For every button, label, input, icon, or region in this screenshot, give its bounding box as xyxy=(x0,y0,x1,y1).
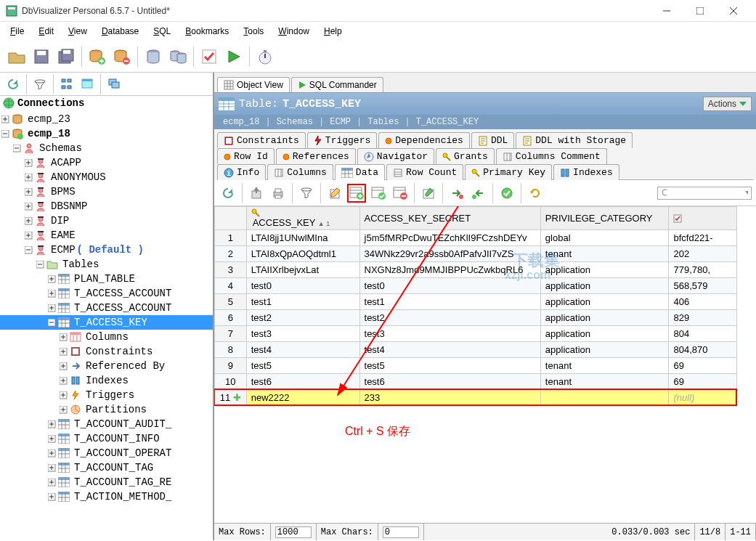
table-row[interactable]: 10test6test6tenant69 xyxy=(215,374,737,390)
saveall-icon[interactable] xyxy=(55,46,77,68)
cascade-icon[interactable] xyxy=(105,76,123,93)
subtab-constraints[interactable]: Constraints xyxy=(217,132,306,148)
conn-ecmp23[interactable]: ecmp_23 xyxy=(0,112,213,126)
table-T_ACCESS_ACCOUNT[interactable]: T_ACCESS_ACCOUNT xyxy=(0,301,213,315)
subtab-columns-comment[interactable]: Columns Comment xyxy=(496,148,607,164)
table-T_ACTION_METHOD_[interactable]: T_ACTION_METHOD_ xyxy=(0,489,213,504)
export-data-icon[interactable] xyxy=(469,184,488,203)
tables-node[interactable]: Tables xyxy=(0,257,213,272)
table-PLAN_TABLE[interactable]: PLAN_TABLE xyxy=(0,272,213,286)
breadcrumb-T_ACCESS_KEY[interactable]: T_ACCESS_KEY xyxy=(416,117,479,127)
max-chars-input[interactable] xyxy=(383,526,419,538)
table-selected[interactable]: T_ACCESS_KEY xyxy=(0,315,213,330)
tree-icon[interactable] xyxy=(58,76,76,93)
schema-EAME[interactable]: EAME xyxy=(0,228,213,243)
conn-ecmp18[interactable]: ecmp_18 xyxy=(0,126,213,141)
open-icon[interactable] xyxy=(6,46,28,68)
save-icon[interactable] xyxy=(31,46,52,68)
db-icon[interactable] xyxy=(142,46,164,68)
import-icon[interactable] xyxy=(447,184,466,203)
table-T_ACCOUNT_OPERAT[interactable]: T_ACCOUNT_OPERAT xyxy=(0,446,213,460)
table-row[interactable]: 9test5test5tenant69 xyxy=(215,358,737,374)
breadcrumb-ecmp_18[interactable]: ecmp_18 xyxy=(223,117,259,127)
table-row[interactable]: 6test2test2application829 xyxy=(215,310,737,326)
node-constraints[interactable]: Constraints xyxy=(0,344,213,359)
delete-row-icon[interactable] xyxy=(391,184,410,203)
column-header[interactable] xyxy=(669,207,737,230)
menu-window[interactable]: Window xyxy=(274,25,314,38)
schema-DIP[interactable]: DIP xyxy=(0,213,213,228)
max-rows-input[interactable] xyxy=(275,526,312,538)
node-columns[interactable]: Columns xyxy=(0,330,213,344)
table-row[interactable]: 4test0test0application568,579 xyxy=(215,278,737,294)
edit-icon[interactable] xyxy=(325,184,344,203)
column-header[interactable]: PRIVILEGE_CATEGORY xyxy=(540,207,669,230)
db-remove-icon[interactable] xyxy=(111,46,133,68)
menu-database[interactable]: Database xyxy=(97,25,143,38)
breadcrumb-Schemas[interactable]: Schemas xyxy=(277,117,313,127)
new-row[interactable]: 11 ✚new2222233(null) xyxy=(215,390,737,406)
actions-button[interactable]: Actions xyxy=(703,97,752,111)
chevron-down-icon[interactable] xyxy=(745,191,748,195)
subtab-navigator[interactable]: Navigator xyxy=(357,148,434,164)
column-header[interactable]: ACCESS_KEY_SECRET xyxy=(359,207,540,230)
subtab-dependencies[interactable]: Dependencies xyxy=(378,132,470,148)
reload-icon[interactable] xyxy=(219,184,237,203)
table-row[interactable]: 2LTAI8xQpAOQdtml134WNkz29vr2a9ssb0AfPafv… xyxy=(215,246,737,262)
subtab-row-id[interactable]: Row Id xyxy=(217,148,275,164)
subtab-columns[interactable]: Columns xyxy=(267,164,333,180)
table-row[interactable]: 3LTAIIXrlbejvxLatNXGNz8Jmd9MMJIBPPUcZwkb… xyxy=(215,262,737,278)
edit-cell-icon[interactable] xyxy=(419,184,438,203)
table-T_ACCOUNT_TAG_RE[interactable]: T_ACCOUNT_TAG_RE xyxy=(0,475,213,489)
db-multi-icon[interactable] xyxy=(167,46,189,68)
quick-filter-input[interactable] xyxy=(670,188,742,198)
subtab-triggers[interactable]: Triggers xyxy=(307,132,377,148)
run-icon[interactable] xyxy=(223,46,245,68)
subtab-ddl-with-storage[interactable]: DDL with Storage xyxy=(516,132,633,148)
print-icon[interactable] xyxy=(269,184,288,203)
undo-icon[interactable] xyxy=(526,184,545,203)
schema-BPMS[interactable]: BPMS xyxy=(0,184,213,199)
table-row[interactable]: 1LTAI8jj1UNwlMInaj5m5fMRPcDwuTEZchKlI9FC… xyxy=(215,230,737,246)
close-button[interactable] xyxy=(717,0,750,22)
insert-row-icon[interactable] xyxy=(347,184,366,203)
schema-ANONYMOUS[interactable]: ANONYMOUS xyxy=(0,170,213,184)
schemas-node[interactable]: Schemas xyxy=(0,141,213,155)
subtab-grants[interactable]: Grants xyxy=(436,148,495,164)
row-header-corner[interactable] xyxy=(215,207,247,230)
schema-ecmp[interactable]: ECMP ( Default ) xyxy=(0,243,213,257)
node-referenced by[interactable]: Referenced By xyxy=(0,359,213,373)
menu-view[interactable]: View xyxy=(64,25,92,38)
schema-DBSNMP[interactable]: DBSNMP xyxy=(0,199,213,213)
table-T_ACCESS_ACCOUNT[interactable]: T_ACCESS_ACCOUNT xyxy=(0,286,213,301)
node-partitions[interactable]: Partitions xyxy=(0,402,213,417)
breadcrumb-Tables[interactable]: Tables xyxy=(367,117,399,127)
table-row[interactable]: 5test1test1application406 xyxy=(215,294,737,310)
schema-ACAPP[interactable]: ACAPP xyxy=(0,155,213,170)
menu-bookmarks[interactable]: Bookmarks xyxy=(181,25,233,38)
menu-sql[interactable]: SQL xyxy=(149,25,175,38)
subtab-indexes[interactable]: Indexes xyxy=(553,164,619,180)
duplicate-row-icon[interactable] xyxy=(369,184,388,203)
menu-file[interactable]: File xyxy=(6,25,28,38)
table-T_ACCOUNT_INFO[interactable]: T_ACCOUNT_INFO xyxy=(0,431,213,446)
filter-rows-icon[interactable] xyxy=(297,184,316,203)
menu-help[interactable]: Help xyxy=(320,25,346,38)
filter-icon[interactable] xyxy=(31,76,49,93)
table-row[interactable]: 8test4test4application804,870 xyxy=(215,342,737,358)
quick-filter[interactable] xyxy=(657,187,752,200)
column-header[interactable]: ACCESS_KEY ▲ 1 xyxy=(246,207,359,230)
refresh-icon[interactable] xyxy=(4,76,22,93)
minimize-button[interactable] xyxy=(650,0,683,22)
subtab-references[interactable]: References xyxy=(276,148,356,164)
node-triggers[interactable]: Triggers xyxy=(0,388,213,402)
commit-icon[interactable] xyxy=(497,184,516,203)
subtab-primary-key[interactable]: Primary Key xyxy=(465,164,552,180)
tab-object-view[interactable]: Object View xyxy=(217,77,290,92)
tab-sql-commander[interactable]: SQL Commander xyxy=(291,77,383,92)
table-T_ACCOUNT_TAG[interactable]: T_ACCOUNT_TAG xyxy=(0,460,213,475)
data-grid[interactable]: ACCESS_KEY ▲ 1ACCESS_KEY_SECRETPRIVILEGE… xyxy=(214,206,737,406)
subtab-info[interactable]: iInfo xyxy=(217,164,266,180)
maximize-button[interactable] xyxy=(683,0,717,22)
export-icon[interactable] xyxy=(247,184,266,203)
